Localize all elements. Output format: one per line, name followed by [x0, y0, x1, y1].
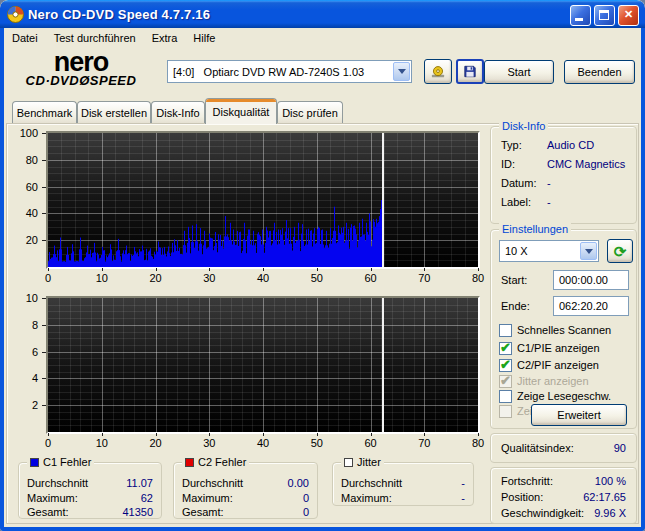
disk-datum-value: -	[547, 177, 561, 189]
drive-select[interactable]: [4:0] Optiarc DVD RW AD-7240S 1.03	[167, 60, 412, 83]
tab-disk-info[interactable]: Disk-Info	[151, 101, 205, 123]
c2-legend-swatch	[185, 458, 194, 467]
y-tick-label: 4	[32, 372, 38, 384]
c2-avg-value: 0.00	[288, 477, 317, 489]
c2-chart-y-axis: 246810	[12, 298, 46, 432]
window-border-bottom	[0, 527, 645, 531]
x-tick-label: 10	[96, 272, 108, 284]
x-tick-label: 30	[203, 437, 215, 449]
disc-glyph: Ø	[79, 73, 90, 88]
x-tick-label: 60	[364, 272, 376, 284]
checkbox-schnelles-scannen[interactable]: ✔ Schnelles Scannen	[499, 323, 611, 337]
c1-group-title: C1 Fehler	[43, 456, 91, 468]
x-tick-label: 40	[257, 437, 269, 449]
quality-index-group: Qualitätsindex:90	[490, 433, 637, 463]
end-time-label: Ende:	[501, 300, 530, 312]
disk-typ-value: Audio CD	[547, 139, 604, 151]
disk-datum-label: Datum:	[491, 177, 547, 189]
disk-info-group: Disk-Info Typ:Audio CD ID:CMC Magnetics …	[490, 126, 637, 224]
x-tick-label: 40	[257, 272, 269, 284]
jitter-avg-value: -	[461, 477, 473, 489]
eject-button[interactable]	[424, 59, 452, 84]
x-tick-label: 10	[96, 437, 108, 449]
tab-diskqualitaet[interactable]: Diskqualität	[205, 98, 277, 124]
y-tick-label: 6	[32, 346, 38, 358]
speed-label: Geschwindigkeit:	[491, 507, 584, 519]
menu-datei[interactable]: Datei	[4, 28, 46, 48]
minimize-button[interactable]	[570, 5, 591, 26]
tab-disk-erstellen[interactable]: Disk erstellen	[77, 101, 151, 123]
menu-extra[interactable]: Extra	[144, 28, 186, 48]
menu-bar: Datei Test durchführen Extra Hilfe	[4, 28, 641, 48]
x-tick-label: 50	[311, 272, 323, 284]
x-tick-label: 20	[149, 272, 161, 284]
c1-total-value: 41350	[122, 506, 161, 518]
start-time-field[interactable]: 000:00.00	[553, 270, 629, 290]
y-tick-label: 80	[26, 154, 38, 166]
c2-max-value: 0	[303, 492, 317, 504]
disk-label-label: Label:	[491, 196, 547, 208]
jitter-group: Jitter Durchschnitt- Maximum:-	[332, 462, 474, 506]
c1-error-chart	[48, 133, 478, 267]
c2-group-title: C2 Fehler	[198, 456, 246, 468]
tab-disc-pruefen[interactable]: Disc prüfen	[277, 101, 343, 123]
c2-fehler-group: C2 Fehler Durchschnitt0.00 Maximum:0 Ges…	[173, 462, 318, 519]
y-tick-label: 40	[26, 207, 38, 219]
advanced-button[interactable]: Erweitert	[531, 404, 627, 426]
c1-chart-frame	[46, 131, 480, 269]
check-icon: ✔	[500, 357, 511, 372]
window-border-right	[641, 28, 645, 531]
check-icon: ✔	[500, 340, 511, 355]
c2-chart-frame	[46, 296, 480, 434]
x-tick-label: 30	[203, 272, 215, 284]
x-tick-label: 70	[418, 437, 430, 449]
window-border-left	[0, 28, 4, 531]
c2-chart-x-axis: 01020304050607080	[48, 435, 478, 449]
nero-logo-word: nero	[22, 51, 140, 74]
checkbox-jitter-anzeigen: ✔ Jitter anzeigen	[499, 374, 589, 388]
c2-error-chart	[48, 298, 478, 432]
refresh-button[interactable]: ⟳	[607, 239, 633, 263]
checkbox-c2-pif-anzeigen[interactable]: ✔ C2/PIF anzeigen	[499, 358, 599, 372]
disk-label-value: -	[547, 196, 561, 208]
x-tick-label: 0	[45, 272, 51, 284]
start-button[interactable]: Start	[484, 60, 554, 84]
menu-hilfe[interactable]: Hilfe	[185, 28, 223, 48]
position-value: 62:17.65	[583, 491, 636, 503]
c1-avg-label: Durchschnitt	[19, 477, 88, 489]
close-icon: ✕	[619, 8, 638, 21]
progress-label: Fortschritt:	[491, 475, 553, 487]
checkbox-zeige-lesegeschw[interactable]: ✔ Zeige Lesegeschw.	[499, 389, 611, 403]
disk-id-value: CMC Magnetics	[547, 158, 635, 170]
c1-fehler-group: C1 Fehler Durchschnitt11.07 Maximum:62 G…	[18, 462, 162, 519]
save-button[interactable]	[456, 59, 484, 84]
c2-total-value: 0	[303, 506, 317, 518]
c1-max-label: Maximum:	[19, 492, 78, 504]
app-window: Nero CD-DVD Speed 4.7.7.16 ✕ Datei Test …	[0, 0, 645, 531]
app-icon	[7, 6, 24, 23]
eject-disc-icon	[431, 65, 445, 79]
tab-benchmark[interactable]: Benchmark	[12, 101, 77, 123]
speed-select[interactable]: 10 X	[499, 240, 599, 262]
progress-group: Fortschritt:100 % Position:62:17.65 Gesc…	[490, 467, 637, 524]
quit-button[interactable]: Beenden	[564, 60, 635, 84]
c1-legend-swatch	[30, 458, 39, 467]
c1-total-label: Gesamt:	[19, 506, 69, 518]
minimize-icon	[575, 18, 583, 21]
close-button[interactable]: ✕	[618, 5, 639, 26]
x-tick-label: 80	[472, 272, 484, 284]
maximize-icon	[599, 10, 609, 20]
y-tick-label: 100	[20, 127, 38, 139]
maximize-button[interactable]	[594, 5, 615, 26]
jitter-group-title: Jitter	[357, 456, 381, 468]
checkbox-c1-pie-anzeigen[interactable]: ✔ C1/PIE anzeigen	[499, 341, 600, 355]
c1-chart-y-axis: 20406080100	[12, 133, 46, 267]
c2-max-label: Maximum:	[174, 492, 233, 504]
menu-test-durchfuehren[interactable]: Test durchführen	[46, 28, 144, 48]
quality-index-label: Qualitätsindex:	[491, 442, 574, 454]
end-time-field[interactable]: 062:20.20	[553, 296, 629, 316]
drive-select-value: [4:0] Optiarc DVD RW AD-7240S 1.03	[168, 66, 392, 78]
y-tick-label: 60	[26, 181, 38, 193]
check-icon: ✔	[500, 373, 511, 388]
y-tick-label: 20	[26, 234, 38, 246]
